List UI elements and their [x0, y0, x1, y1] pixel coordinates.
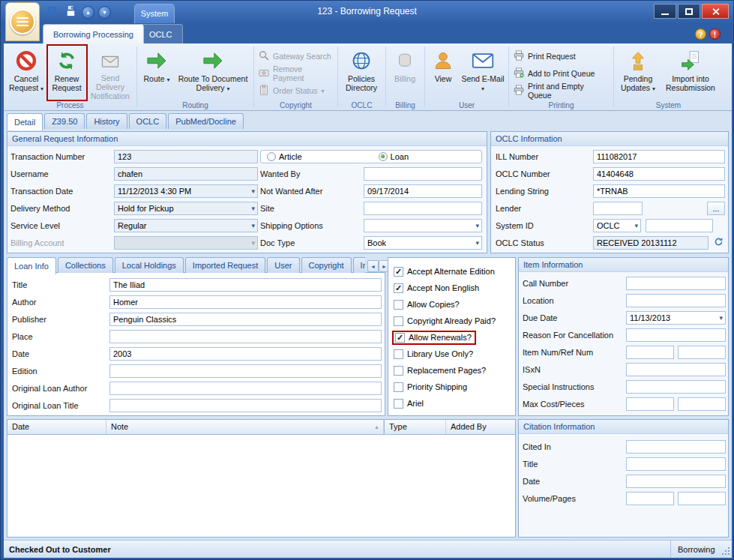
special-instructions-field[interactable]: [626, 380, 726, 394]
original-loan-title-field[interactable]: [109, 399, 382, 412]
isxn-row: ISxN: [523, 361, 726, 378]
notes-grid-body[interactable]: [7, 435, 515, 537]
route-to-document-delivery-button[interactable]: Route To Document Delivery ▾: [175, 45, 251, 100]
tab-loan-info[interactable]: Loan Info: [7, 257, 56, 274]
reason-for-cancellation-field[interactable]: [626, 328, 726, 342]
date-field[interactable]: 2003: [109, 347, 382, 361]
minimize-button[interactable]: [654, 4, 676, 19]
call-number-field[interactable]: [626, 277, 726, 290]
view-user-button[interactable]: View: [427, 45, 460, 100]
transaction-date-combo[interactable]: 11/12/2013 4:30 PM: [114, 184, 258, 198]
not-wanted-after-field[interactable]: 09/17/2014: [364, 184, 482, 198]
route-button[interactable]: Route ▾: [139, 45, 175, 100]
tab-pubmed-docline[interactable]: PubMed/Docline: [168, 113, 244, 129]
edition-field[interactable]: [109, 364, 382, 378]
allow-renewals-checkbox[interactable]: ✓: [395, 333, 405, 343]
tab-history[interactable]: History: [86, 113, 127, 129]
delivery-method-combo[interactable]: Hold for Pickup: [114, 202, 258, 215]
help-icon[interactable]: ?: [695, 28, 706, 40]
shipping-options-combo[interactable]: [364, 219, 482, 232]
tab-user[interactable]: User: [267, 257, 299, 273]
policies-directory-button[interactable]: Policies Directory: [340, 45, 383, 100]
due-date-combo[interactable]: 11/13/2013: [626, 311, 726, 325]
tab-scroll-left-button[interactable]: ◄: [367, 260, 379, 272]
renew-request-button[interactable]: Renew Request: [47, 45, 86, 100]
allow-copies-checkbox[interactable]: [394, 300, 403, 310]
tab-invoices[interactable]: Invoic: [353, 257, 365, 273]
pages-field[interactable]: [678, 492, 726, 505]
resize-grip[interactable]: [720, 545, 730, 556]
tab-detail[interactable]: Detail: [7, 113, 43, 130]
tab-system[interactable]: System: [134, 4, 175, 23]
column-added-by[interactable]: Added By: [446, 420, 515, 434]
application-menu-button[interactable]: [5, 2, 40, 41]
doc-type-combo[interactable]: Book: [364, 236, 482, 250]
priority-shipping-checkbox[interactable]: [394, 382, 403, 392]
close-button[interactable]: [702, 4, 729, 19]
item-num-field[interactable]: [626, 346, 674, 359]
lending-string-field[interactable]: *TRNAB: [593, 184, 725, 198]
ref-num-field[interactable]: [678, 346, 726, 359]
tab-oclc-ribbon[interactable]: OCLC: [139, 24, 183, 43]
isxn-field[interactable]: [626, 363, 726, 376]
cancel-request-button[interactable]: Cancel Request ▾: [5, 45, 47, 100]
username-field[interactable]: chafen: [114, 167, 258, 181]
import-into-resubmission-button[interactable]: Import into Resubmission: [661, 45, 721, 100]
citation-date-field[interactable]: [626, 475, 726, 488]
system-id-extra-field[interactable]: [646, 219, 713, 232]
radio-article[interactable]: Article: [267, 152, 302, 161]
citation-title-field[interactable]: [626, 457, 726, 471]
tab-oclc[interactable]: OCLC: [129, 113, 167, 129]
column-type[interactable]: Type: [384, 420, 446, 434]
next-request-button[interactable]: ▼: [98, 6, 111, 19]
add-to-print-queue-button[interactable]: Add to Print Queue: [511, 66, 611, 81]
globe-icon: [351, 49, 372, 73]
wanted-by-field[interactable]: [364, 167, 482, 181]
accept-non-english-checkbox[interactable]: ✓: [394, 283, 403, 293]
print-and-empty-queue-button[interactable]: Print and Empty Queue: [511, 83, 611, 98]
oclc-status-field[interactable]: RECEIVED 20131112: [593, 236, 709, 250]
lender-field[interactable]: [593, 202, 643, 215]
copyright-already-paid-checkbox[interactable]: [394, 316, 403, 326]
oclc-number-field[interactable]: 41404648: [593, 167, 725, 181]
publisher-field[interactable]: Penguin Classics: [109, 313, 382, 326]
pieces-field[interactable]: [678, 397, 726, 411]
oclc-status-refresh-button[interactable]: [712, 236, 725, 250]
ariel-checkbox[interactable]: [394, 399, 403, 409]
pending-updates-button[interactable]: Pending Updates ▾: [616, 45, 661, 100]
radio-loan[interactable]: Loan: [379, 152, 409, 161]
original-loan-author-field[interactable]: [109, 382, 382, 395]
transaction-number-field[interactable]: 123: [114, 150, 258, 163]
site-field[interactable]: [364, 202, 482, 215]
location-field[interactable]: [626, 294, 726, 307]
author-field[interactable]: Homer: [109, 295, 382, 309]
cited-in-field[interactable]: [626, 440, 726, 454]
send-email-button[interactable]: Send E-Mail ▾: [460, 45, 506, 100]
replacement-pages-checkbox[interactable]: [394, 366, 403, 376]
previous-request-button[interactable]: ▲: [82, 6, 94, 19]
ill-number-field[interactable]: 111082017: [593, 150, 725, 163]
volume-field[interactable]: [626, 492, 674, 505]
place-field[interactable]: [109, 330, 382, 343]
max-cost-field[interactable]: [626, 397, 674, 411]
column-date[interactable]: Date: [7, 420, 106, 434]
tab-local-holdings[interactable]: Local Holdings: [115, 257, 184, 273]
tab-copyright[interactable]: Copyright: [301, 257, 352, 273]
print-request-button[interactable]: Print Request: [511, 49, 611, 64]
accept-alternate-edition-checkbox[interactable]: ✓: [394, 267, 403, 277]
lender-browse-button[interactable]: ...: [707, 202, 725, 215]
error-status-icon[interactable]: !: [709, 28, 721, 40]
maximize-button[interactable]: [678, 4, 700, 19]
service-level-combo[interactable]: Regular: [114, 219, 258, 232]
title-field[interactable]: The Iliad: [109, 278, 382, 292]
tab-z3950[interactable]: Z39.50: [44, 113, 85, 129]
tab-collections[interactable]: Collections: [58, 257, 113, 273]
option-priority-shipping: Priority Shipping: [391, 379, 512, 395]
save-button[interactable]: [63, 5, 78, 19]
library-use-only-checkbox[interactable]: [394, 349, 403, 359]
system-id-combo[interactable]: OCLC: [593, 219, 641, 232]
refresh-request-button[interactable]: [44, 5, 59, 19]
column-note[interactable]: Note: [106, 420, 384, 434]
tab-borrowing-processing[interactable]: Borrowing Processing: [43, 24, 144, 43]
tab-imported-request[interactable]: Imported Request: [185, 257, 265, 273]
